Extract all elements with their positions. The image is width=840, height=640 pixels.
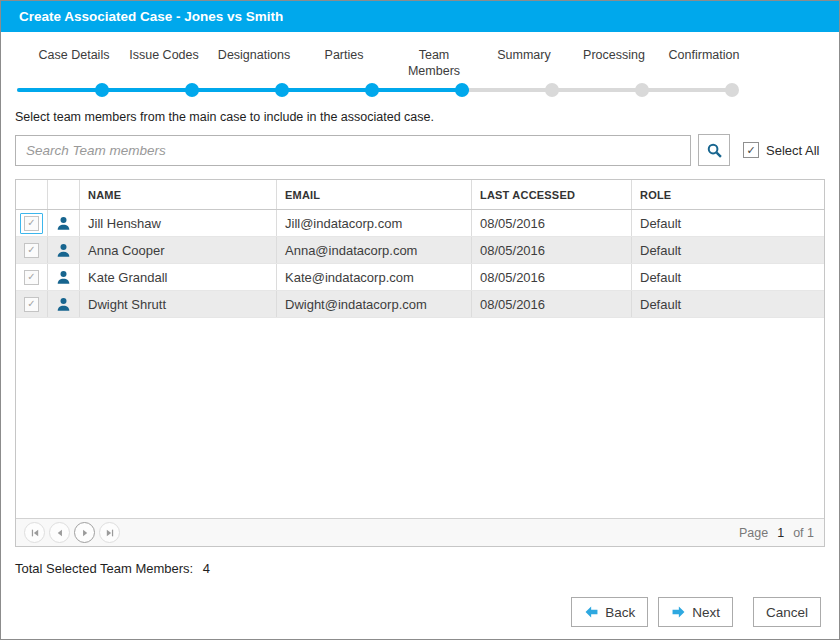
person-icon xyxy=(56,297,71,312)
step-label-designations: Designations xyxy=(215,47,293,63)
header-checkbox-column xyxy=(16,180,48,209)
search-row: ✓ Select All xyxy=(15,134,825,166)
member-role: Default xyxy=(632,264,824,290)
step-label-parties: Parties xyxy=(305,47,383,63)
page-number-input[interactable]: 1 xyxy=(777,526,784,540)
row-checkbox[interactable]: ✓ xyxy=(24,243,39,258)
select-all-control: ✓ Select All xyxy=(743,142,819,158)
step-dot-case-details[interactable] xyxy=(95,83,109,97)
pager-prev-button[interactable] xyxy=(49,522,70,543)
row-icon-cell xyxy=(48,264,80,290)
grid-pager: Page 1 of 1 xyxy=(16,518,824,546)
table-row[interactable]: ✓Jill HenshawJill@indatacorp.com08/05/20… xyxy=(16,210,824,237)
next-button[interactable]: Next xyxy=(658,597,733,627)
total-selected-label: Total Selected Team Members: xyxy=(15,561,193,576)
seek-first-icon xyxy=(30,528,40,538)
select-all-label: Select All xyxy=(766,143,819,158)
total-selected-value: 4 xyxy=(203,561,210,576)
back-button-label: Back xyxy=(605,605,635,620)
row-checkbox-cell: ✓ xyxy=(16,237,48,263)
step-label-case-details: Case Details xyxy=(35,47,113,63)
total-selected-row: Total Selected Team Members: 4 xyxy=(15,561,825,576)
member-email: Dwight@indatacorp.com xyxy=(277,291,472,317)
row-checkbox-focus-box: ✓ xyxy=(20,213,43,234)
pager-first-button[interactable] xyxy=(24,522,45,543)
select-all-checkbox[interactable]: ✓ xyxy=(743,142,759,158)
step-dot-summary[interactable] xyxy=(545,83,559,97)
row-checkbox-focus-box: ✓ xyxy=(20,294,43,315)
grid-empty-area xyxy=(16,318,824,518)
header-icon-column xyxy=(48,180,80,209)
person-icon xyxy=(56,216,71,231)
member-role: Default xyxy=(632,237,824,263)
member-name: Jill Henshaw xyxy=(80,210,277,236)
dialog-content: Case DetailsIssue CodesDesignationsParti… xyxy=(1,32,839,639)
footer-buttons: Back Next Cancel xyxy=(15,597,825,627)
search-icon xyxy=(706,142,723,159)
member-name: Kate Grandall xyxy=(80,264,277,290)
column-header-email[interactable]: EMAIL xyxy=(277,180,472,209)
row-checkbox[interactable]: ✓ xyxy=(24,270,39,285)
step-label-team-members: Team Members xyxy=(395,47,473,80)
row-icon-cell xyxy=(48,291,80,317)
instruction-text: Select team members from the main case t… xyxy=(15,110,825,124)
grid-rows: ✓Jill HenshawJill@indatacorp.com08/05/20… xyxy=(16,210,824,318)
row-checkbox[interactable]: ✓ xyxy=(24,216,39,231)
search-button[interactable] xyxy=(698,134,730,166)
pager-last-button[interactable] xyxy=(99,522,120,543)
member-email: Jill@indatacorp.com xyxy=(277,210,472,236)
person-icon xyxy=(56,243,71,258)
table-row[interactable]: ✓Dwight ShruttDwight@indatacorp.com08/05… xyxy=(16,291,824,318)
row-checkbox-cell: ✓ xyxy=(16,264,48,290)
page-of-label: of 1 xyxy=(793,526,814,540)
pager-next-button[interactable] xyxy=(74,522,95,543)
member-name: Anna Cooper xyxy=(80,237,277,263)
column-header-last-accessed[interactable]: LAST ACCESSED xyxy=(472,180,632,209)
dialog-window: Create Associated Case - Jones vs Smith … xyxy=(0,0,840,640)
member-email: Anna@indatacorp.com xyxy=(277,237,472,263)
arrow-prev-icon xyxy=(55,528,65,538)
step-label-summary: Summary xyxy=(485,47,563,63)
step-dot-processing[interactable] xyxy=(635,83,649,97)
cancel-button-label: Cancel xyxy=(766,605,808,620)
step-label-confirmation: Confirmation xyxy=(665,47,743,63)
row-checkbox-cell: ✓ xyxy=(16,210,48,236)
table-row[interactable]: ✓Anna CooperAnna@indatacorp.com08/05/201… xyxy=(16,237,824,264)
table-row[interactable]: ✓Kate GrandallKate@indatacorp.com08/05/2… xyxy=(16,264,824,291)
dialog-title-bar: Create Associated Case - Jones vs Smith xyxy=(1,1,839,32)
step-label-issue-codes: Issue Codes xyxy=(125,47,203,63)
member-role: Default xyxy=(632,210,824,236)
wizard-stepper: Case DetailsIssue CodesDesignationsParti… xyxy=(15,42,825,104)
row-checkbox-focus-box: ✓ xyxy=(20,240,43,261)
member-last-accessed: 08/05/2016 xyxy=(472,291,632,317)
person-icon xyxy=(56,270,71,285)
step-dot-team-members[interactable] xyxy=(455,83,469,97)
row-icon-cell xyxy=(48,237,80,263)
column-header-role[interactable]: ROLE xyxy=(632,180,824,209)
member-email: Kate@indatacorp.com xyxy=(277,264,472,290)
step-dot-parties[interactable] xyxy=(365,83,379,97)
member-role: Default xyxy=(632,291,824,317)
member-last-accessed: 08/05/2016 xyxy=(472,210,632,236)
row-checkbox[interactable]: ✓ xyxy=(24,297,39,312)
dialog-title: Create Associated Case - Jones vs Smith xyxy=(19,9,283,24)
back-button[interactable]: Back xyxy=(571,597,648,627)
row-icon-cell xyxy=(48,210,80,236)
grid-header: NAME EMAIL LAST ACCESSED ROLE xyxy=(16,180,824,210)
step-label-processing: Processing xyxy=(575,47,653,63)
team-members-grid: NAME EMAIL LAST ACCESSED ROLE ✓Jill Hens… xyxy=(15,179,825,547)
stepper-progress xyxy=(17,88,469,92)
step-dot-confirmation[interactable] xyxy=(725,83,739,97)
search-input[interactable] xyxy=(15,135,691,166)
pager-page-info: Page 1 of 1 xyxy=(739,526,816,540)
column-header-name[interactable]: NAME xyxy=(80,180,277,209)
member-last-accessed: 08/05/2016 xyxy=(472,237,632,263)
next-button-label: Next xyxy=(692,605,720,620)
cancel-button[interactable]: Cancel xyxy=(753,597,821,627)
row-checkbox-focus-box: ✓ xyxy=(20,267,43,288)
step-dot-issue-codes[interactable] xyxy=(185,83,199,97)
arrow-left-icon xyxy=(584,605,599,619)
row-checkbox-cell: ✓ xyxy=(16,291,48,317)
member-last-accessed: 08/05/2016 xyxy=(472,264,632,290)
step-dot-designations[interactable] xyxy=(275,83,289,97)
